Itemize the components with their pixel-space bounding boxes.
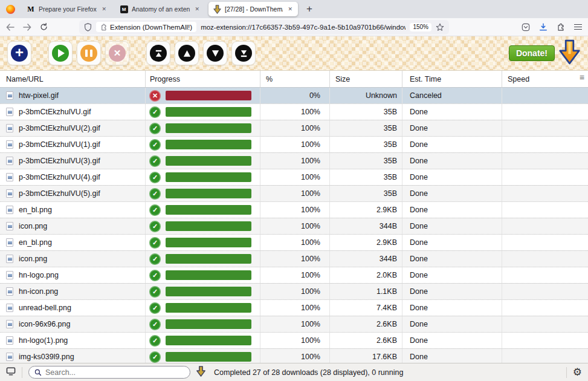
mozilla-m-icon: M [27,5,35,13]
table-row[interactable]: icon.png✓100%344BDone [0,218,588,234]
cell-est-time: Done [402,349,502,363]
tab-prepare-firefox[interactable]: M Prepare your Firefox desktop ex ✕ [22,2,112,16]
table-row[interactable]: icon.png✓100%344BDone [0,250,588,267]
cell-size: 2.9KB [329,235,402,250]
cell-est-time: Done [402,186,502,201]
progress-bar [166,319,251,329]
column-options-icon[interactable]: ≡ [580,73,584,82]
shield-icon[interactable] [84,23,92,31]
cell-size: 2.6KB [329,333,402,348]
file-name: en_bl.png [19,238,52,247]
cell-progress: ✓ [145,316,260,332]
check-icon: ✓ [149,302,161,314]
table-row[interactable]: hn-icon.png✓100%1.1KBDone [0,283,588,299]
resume-button[interactable] [48,41,73,65]
new-tab-button[interactable]: + [302,3,317,15]
file-icon [6,320,13,328]
menu-icon[interactable] [574,22,582,31]
extension-badge-label: Extension (DownThemAll!) [110,24,192,31]
table-row[interactable]: p-3bmCtEkzhulVU(4).gif✓100%35BDone [0,169,588,185]
cell-size: 2.6KB [329,316,402,332]
cell-speed [502,137,588,152]
status-bar: Completed 27 of 28 downloads (28 display… [0,363,588,381]
table-row[interactable]: unread-bell.png✓100%7.4KBDone [0,299,588,316]
table-row[interactable]: hn-logo.png✓100%2.0KBDone [0,267,588,283]
file-name: hn-icon.png [19,287,58,296]
cell-size: 35B [329,186,402,201]
extension-permission-chip[interactable]: Extension (DownThemAll!) [96,22,196,32]
divider [566,367,567,378]
check-icon: ✓ [149,172,161,183]
close-icon[interactable]: ✕ [286,5,294,13]
move-up-button[interactable] [175,41,199,65]
table-row[interactable]: img-ks039l9.png✓100%17.6KBDone [0,348,588,363]
close-icon[interactable]: ✕ [193,5,201,13]
cancel-button[interactable]: ✕ [105,41,129,65]
file-name: img-ks039l9.png [19,353,74,361]
url-bar[interactable]: Extension (DownThemAll!) moz-extension:/… [79,20,449,34]
cell-progress: ✓ [145,202,260,218]
column-header-speed[interactable]: Speed [502,71,588,87]
cell-speed [502,300,588,316]
zoom-level-badge[interactable]: 150% [410,23,431,31]
progress-bar [166,303,251,313]
move-down-button[interactable] [203,41,227,65]
search-box[interactable] [28,366,190,379]
bookmark-star-icon[interactable] [436,23,444,31]
table-row[interactable]: p-3bmCtEkzhulVU.gif✓100%35BDone [0,103,588,120]
tab-title: Anatomy of an extension - Mozi [132,5,190,13]
cell-size: 344B [329,218,402,234]
move-to-bottom-button[interactable] [231,41,256,65]
table-row[interactable]: en_bl.png✓100%2.9KBDone [0,234,588,250]
cell-percent: 100% [260,349,329,363]
search-input[interactable] [45,368,184,377]
close-icon[interactable]: ✕ [100,5,108,13]
cell-percent: 100% [260,316,329,332]
forward-icon[interactable] [23,24,31,31]
move-to-top-icon [150,45,167,62]
cell-speed [502,169,588,185]
dta-arrow-icon [213,5,221,13]
reload-icon[interactable] [40,23,48,31]
downloads-icon[interactable] [539,23,548,31]
cell-est-time: Done [402,153,502,169]
check-icon: ✓ [149,351,161,363]
column-header-est-time[interactable]: Est. Time [402,71,502,87]
table-row[interactable]: p-3bmCtEkzhulVU(1).gif✓100%35BDone [0,136,588,152]
table-row[interactable]: icon-96x96.png✓100%2.6KBDone [0,316,588,332]
column-header-percent[interactable]: % [260,71,329,87]
gear-icon[interactable]: ⚙ [573,367,582,377]
tab-anatomy-extension[interactable]: M Anatomy of an extension - Mozi ✕ [115,2,205,16]
pause-button[interactable] [77,41,101,65]
move-to-top-button[interactable] [146,41,170,65]
table-row[interactable]: htw-pixel.gif✕0%UnknownCanceled [0,87,588,103]
add-downloads-button[interactable]: + [7,41,31,65]
cell-speed [502,316,588,332]
column-header-progress[interactable]: Progress [145,71,260,87]
extensions-icon[interactable] [557,23,565,31]
cell-speed [502,88,588,103]
cell-name: hn-logo.png [0,267,145,283]
table-row[interactable]: p-3bmCtEkzhulVU(5).gif✓100%35BDone [0,185,588,201]
cell-percent: 100% [260,235,329,250]
pocket-icon[interactable] [522,23,530,31]
column-header-name[interactable]: Name/URL [0,71,145,87]
cell-progress: ✓ [145,333,260,348]
cell-speed [502,349,588,363]
cell-progress: ✓ [145,120,260,136]
move-down-icon [207,45,224,62]
table-row[interactable]: en_bl.png✓100%2.9KBDone [0,201,588,218]
cell-size: Unknown [329,88,402,103]
network-monitor-icon[interactable] [6,367,16,378]
file-icon [6,108,13,116]
table-row[interactable]: p-3bmCtEkzhulVU(2).gif✓100%35BDone [0,120,588,136]
cell-percent: 100% [260,333,329,348]
table-row[interactable]: p-3bmCtEkzhulVU(3).gif✓100%35BDone [0,152,588,169]
tab-downthemall-manager[interactable]: [27/28] - DownThemAll! Manage ✕ [208,2,298,16]
donate-button[interactable]: Donate! [509,45,555,61]
back-icon[interactable] [6,24,15,31]
table-row[interactable]: hn-logo(1).png✓100%2.6KBDone [0,332,588,348]
column-header-size[interactable]: Size [329,71,402,87]
file-icon [6,271,13,279]
cell-progress: ✓ [145,218,260,234]
